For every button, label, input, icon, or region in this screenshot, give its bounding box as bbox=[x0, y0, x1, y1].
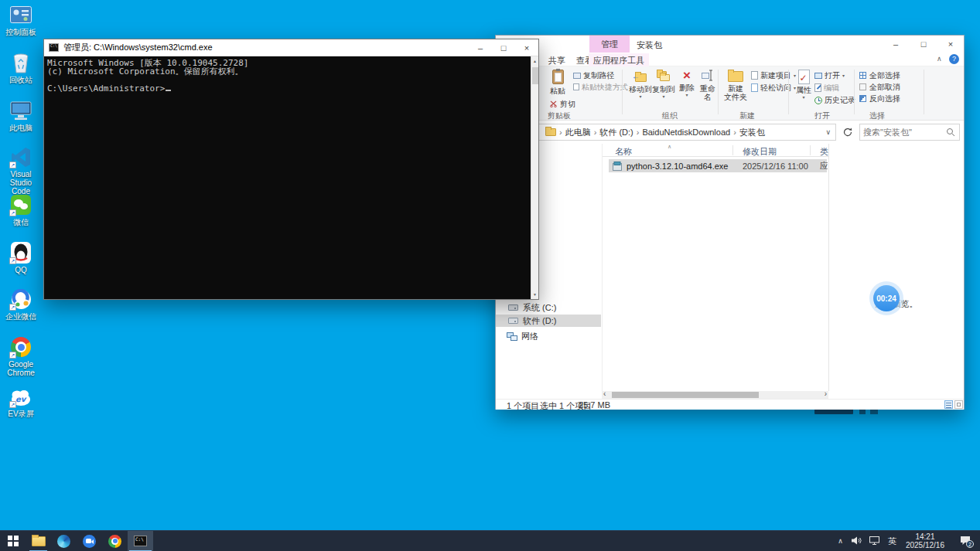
drive-icon bbox=[508, 304, 518, 311]
search-box[interactable] bbox=[859, 124, 960, 141]
breadcrumb-this-pc[interactable]: 此电脑 bbox=[565, 127, 591, 138]
new-item-button[interactable]: 新建项目 ▾ bbox=[751, 71, 796, 80]
ime-indicator[interactable]: 英 bbox=[883, 536, 901, 547]
horizontal-scroll-thumb[interactable] bbox=[612, 392, 759, 398]
search-input[interactable] bbox=[860, 128, 946, 137]
column-header-type[interactable]: 类型 bbox=[820, 146, 828, 158]
scroll-right-icon[interactable]: › bbox=[825, 389, 827, 398]
edit-button[interactable]: 编辑 bbox=[814, 83, 839, 92]
taskbar-cmd-active[interactable]: C:\ bbox=[128, 531, 153, 551]
taskbar-chrome[interactable] bbox=[102, 531, 128, 551]
address-folder-icon bbox=[545, 128, 556, 136]
file-row-selected[interactable]: python-3.12.10-amd64.exe 2025/12/16 11:0… bbox=[609, 159, 827, 172]
system-tray: ∧ 英 14:21 2025/12/16 2 bbox=[833, 532, 980, 549]
address-bar[interactable]: › 此电脑 › 软件 (D:) › BaiduNetdiskDownload ›… bbox=[500, 124, 836, 141]
explorer-maximize-button[interactable]: □ bbox=[910, 36, 937, 53]
scroll-left-icon[interactable]: ‹ bbox=[603, 389, 606, 398]
desktop-icon-wecom[interactable]: ↗ 企业微信 bbox=[0, 287, 42, 321]
delete-button[interactable]: × 删除 ▾ bbox=[677, 70, 697, 97]
desktop-icon-this-pc[interactable]: 此电脑 bbox=[0, 99, 42, 132]
address-dropdown-icon[interactable]: ∨ bbox=[825, 128, 831, 136]
taskbar-meeting-app[interactable] bbox=[77, 531, 102, 551]
cut-icon bbox=[550, 100, 558, 107]
copy-path-button[interactable]: 复制路径 bbox=[573, 71, 614, 80]
explorer-window: 管理 安装包 – □ × 共享 查看 应用程序工具 ∧ ? 粘贴 bbox=[495, 35, 965, 410]
ribbon-collapse-icon[interactable]: ∧ bbox=[937, 55, 942, 63]
tray-expand-icon[interactable]: ∧ bbox=[833, 537, 848, 545]
breadcrumb-separator: › bbox=[633, 128, 643, 137]
horizontal-scrollbar[interactable]: ‹ › bbox=[602, 391, 828, 399]
delete-icon: × bbox=[677, 70, 697, 82]
cmd-maximize-button[interactable]: □ bbox=[492, 39, 515, 56]
cut-button[interactable]: 剪切 bbox=[550, 100, 575, 108]
cmd-scrollbar[interactable]: ▲ ▼ bbox=[531, 56, 538, 299]
move-to-button[interactable]: ← 移动到 ▾ bbox=[629, 71, 652, 99]
volume-icon[interactable] bbox=[848, 536, 866, 546]
large-icons-view-button[interactable] bbox=[954, 400, 963, 409]
cmd-titlebar[interactable]: C:\ 管理员: C:\Windows\system32\cmd.exe – □… bbox=[44, 39, 538, 56]
scroll-down-icon[interactable]: ▼ bbox=[531, 290, 538, 299]
desktop-icon-recycle-bin[interactable]: 回收站 bbox=[0, 51, 42, 84]
recording-time: 00:24 bbox=[876, 294, 896, 303]
start-button[interactable] bbox=[0, 531, 26, 551]
desktop-icon-chrome[interactable]: ↗ Google Chrome bbox=[0, 335, 42, 377]
cmd-close-button[interactable]: × bbox=[515, 39, 538, 56]
manage-contextual-tab[interactable]: 管理 bbox=[601, 39, 618, 50]
select-none-button[interactable]: 全部取消 bbox=[859, 83, 900, 91]
taskbar-file-explorer[interactable] bbox=[26, 531, 51, 551]
clock[interactable]: 14:21 2025/12/16 bbox=[901, 532, 949, 549]
desktop-icon-control-panel[interactable]: 控制面板 bbox=[0, 3, 42, 36]
control-panel-icon bbox=[9, 3, 32, 26]
console-prompt-line: C:\Users\Administrator> bbox=[47, 84, 529, 93]
help-icon[interactable]: ? bbox=[949, 54, 959, 64]
breadcrumb-current-folder[interactable]: 安装包 bbox=[739, 127, 765, 138]
preview-pane: 没有预览。 bbox=[828, 144, 964, 391]
sidebar-item-network[interactable]: 网络 bbox=[496, 330, 601, 342]
action-center-button[interactable]: 2 bbox=[949, 536, 980, 547]
desktop-icon-label: 此电脑 bbox=[0, 124, 42, 132]
explorer-close-button[interactable]: × bbox=[937, 36, 964, 53]
cmd-minimize-button[interactable]: – bbox=[469, 39, 492, 56]
network-icon bbox=[507, 332, 517, 341]
taskbar-edge[interactable] bbox=[51, 531, 77, 551]
explorer-titlebar[interactable]: 管理 安装包 – □ × bbox=[496, 36, 964, 53]
details-view-button[interactable] bbox=[944, 400, 953, 409]
easy-access-icon bbox=[751, 83, 758, 92]
edge-icon bbox=[57, 535, 70, 548]
desktop-icon-qq[interactable]: ↗ QQ bbox=[0, 241, 42, 274]
explorer-window-title: 安装包 bbox=[637, 39, 662, 51]
sidebar-item-drive-c[interactable]: 系统 (C:) bbox=[496, 301, 601, 314]
properties-button[interactable]: ✓ 属性 ▾ bbox=[794, 70, 814, 100]
desktop-icon-wechat[interactable]: ↗ 微信 bbox=[0, 193, 42, 226]
new-folder-button[interactable]: 新建 文件夹 bbox=[722, 70, 749, 101]
copy-to-button[interactable]: 复制到 ▾ bbox=[652, 71, 675, 99]
select-all-button[interactable]: 全部选择 bbox=[859, 71, 900, 80]
column-header-modified[interactable]: 修改日期 bbox=[743, 146, 777, 158]
refresh-icon bbox=[843, 128, 852, 137]
file-type: 应用 bbox=[820, 160, 828, 172]
scroll-up-icon[interactable]: ▲ bbox=[531, 56, 538, 66]
breadcrumb-separator: › bbox=[730, 128, 739, 137]
sidebar-item-drive-d-selected[interactable]: 软件 (D:) bbox=[496, 315, 601, 327]
recorder-timer-overlay[interactable]: 00:24 bbox=[869, 281, 903, 315]
open-button[interactable]: 打开 ▾ bbox=[814, 71, 845, 80]
network-icon[interactable] bbox=[866, 536, 883, 546]
desktop-icon-ev-recorder[interactable]: ev ↗ EV录屏 bbox=[0, 385, 42, 418]
breadcrumb-drive-d[interactable]: 软件 (D:) bbox=[599, 127, 633, 138]
cmd-scroll-thumb[interactable] bbox=[532, 67, 538, 84]
ribbon: 粘贴 剪切 复制路径 粘贴快捷方式 剪贴板 ← 移 bbox=[496, 66, 964, 121]
search-icon[interactable] bbox=[946, 128, 955, 137]
easy-access-button[interactable]: 轻松访问 ▾ bbox=[751, 83, 796, 92]
desktop-icon-vscode[interactable]: ↗ Visual Studio Code bbox=[0, 145, 42, 196]
breadcrumb-baidunetdiskdownload[interactable]: BaiduNetdiskDownload bbox=[642, 128, 730, 137]
invert-selection-button[interactable]: 反向选择 bbox=[859, 94, 900, 103]
rename-button[interactable]: 重命名 bbox=[697, 70, 719, 101]
cmd-console[interactable]: Microsoft Windows [版本 10.0.19045.2728] (… bbox=[44, 56, 538, 299]
column-header-name[interactable]: 名称 bbox=[615, 146, 632, 158]
explorer-minimize-button[interactable]: – bbox=[882, 36, 910, 53]
cmd-window: C:\ 管理员: C:\Windows\system32\cmd.exe – □… bbox=[43, 39, 539, 300]
shortcut-arrow-icon: ↗ bbox=[9, 304, 16, 311]
refresh-button[interactable] bbox=[839, 124, 856, 141]
paste-shortcut-button[interactable]: 粘贴快捷方式 bbox=[573, 83, 628, 91]
history-button[interactable]: 历史记录 bbox=[814, 96, 855, 104]
